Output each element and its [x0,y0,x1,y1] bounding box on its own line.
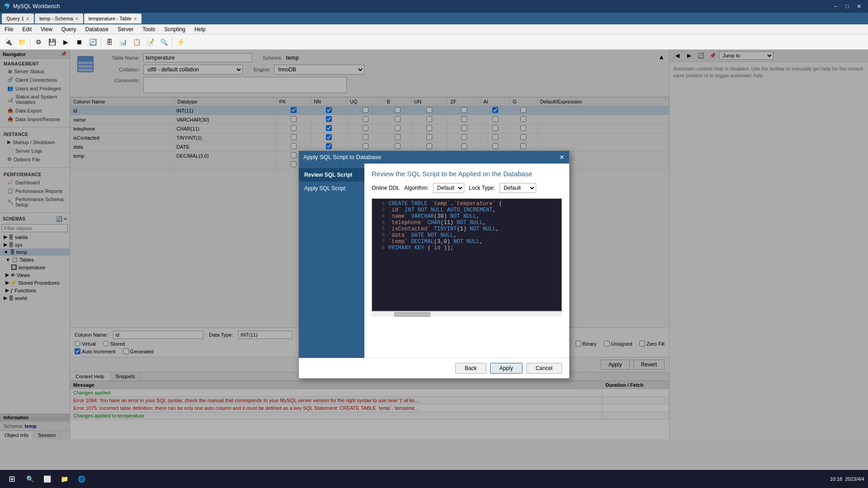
menu-database[interactable]: Database [81,25,113,33]
dialog-title: Apply SQL Script to Database [303,154,381,160]
toolbar-sep1 [30,37,30,47]
close-button[interactable]: ✕ [854,2,864,11]
line-number: 7 [374,239,385,245]
tab-close-icon[interactable]: ✕ [26,16,29,21]
dialog-step-review[interactable]: Review SQL Script [299,168,364,182]
tab-label: Query 1 [6,16,24,21]
code-line: 8 PRIMARY KEY (`id`)); [374,245,560,251]
toolbar-sep2 [101,37,101,47]
dialog-scrollbar-thumb[interactable] [394,312,430,317]
task-view-button[interactable]: ⬜ [40,472,54,486]
toolbar-btn3[interactable]: ▶ [59,36,72,48]
code-text: `telephone` CHAR(11) NOT NULL, [388,220,486,226]
toolbar-btn11[interactable]: ⚡ [174,36,187,48]
toolbar-btn6[interactable]: 🗄 [103,36,116,48]
app-title: MySQL Workbench [13,3,60,9]
algorithm-select[interactable]: Default Inplace Copy [433,183,464,193]
dialog-body: Review SQL Script Apply SQL Script Revie… [299,164,569,358]
edge-btn[interactable]: 🌐 [74,472,89,486]
code-text: CREATE TABLE `temp`.`temperature` ( [388,201,502,207]
dialog-footer: Back Apply Cancel [299,358,569,378]
toolbar-btn2[interactable]: 💾 [46,36,58,48]
toolbar-btn10[interactable]: 🔍 [157,36,170,48]
menu-scripting[interactable]: Scripting [160,25,190,33]
menu-server[interactable]: Server [113,25,138,33]
line-number: 6 [374,232,385,239]
toolbar-btn7[interactable]: 📊 [117,36,129,48]
file-explorer-btn[interactable]: 📁 [57,472,71,486]
taskbar-time: 10:18 [830,476,843,482]
lock-type-select[interactable]: Default None Shared Exclusive [500,183,536,193]
windows-taskbar: ⊞ 🔍 ⬜ 📁 🌐 10:18 2023/4/4 [0,470,868,488]
menu-tools[interactable]: Tools [138,25,160,33]
menu-query[interactable]: Query [57,25,81,33]
toolbar-new-conn[interactable]: 🔌 [2,36,14,48]
menu-file[interactable]: File [0,25,18,33]
code-line: 6 `data` DATE NOT NULL, [374,232,560,239]
code-text: PRIMARY KEY (`id`)); [388,245,453,251]
minimize-button[interactable]: − [830,2,841,11]
algorithm-label: Algorithm: [404,185,429,191]
cancel-button[interactable]: Cancel [526,363,562,374]
toolbar-btn8[interactable]: 📋 [130,36,143,48]
code-text: `id` INT NOT NULL AUTO_INCREMENT, [388,207,496,213]
menu-edit[interactable]: Edit [18,25,36,33]
code-line: 1CREATE TABLE `temp`.`temperature` ( [374,201,560,207]
maximize-button[interactable]: □ [842,2,853,11]
menu-bar: File Edit View Query Database Server Too… [0,24,868,34]
toolbar-btn5[interactable]: 🔄 [86,36,99,48]
code-editor: 1CREATE TABLE `temp`.`temperature` (2 `i… [372,198,562,311]
code-text: `isContacted` TINYINT(1) NOT NULL, [388,226,499,232]
dialog-title-bar: Apply SQL Script to Database ✕ [299,151,569,164]
start-button[interactable]: ⊞ [4,471,20,487]
app-icon: 🐬 [4,3,10,9]
dialog-close-button[interactable]: ✕ [559,154,565,161]
toolbar-open[interactable]: 📁 [15,36,28,48]
line-number: 1 [374,201,385,207]
title-bar-left: 🐬 MySQL Workbench [4,3,60,9]
search-button[interactable]: 🔍 [23,472,37,486]
code-line: 5 `isContacted` TINYINT(1) NOT NULL, [374,226,560,232]
code-text: `temp` DECIMAL(3,0) NOT NULL, [388,239,483,245]
line-number: 2 [374,207,385,213]
code-line: 3 `name` VARCHAR(30) NOT NULL, [374,213,560,220]
online-ddl-label: Online DDL [372,185,400,191]
lock-type-label: Lock Type: [469,185,495,191]
toolbar-btn4[interactable]: ⏹ [73,36,85,48]
title-bar: 🐬 MySQL Workbench − □ ✕ [0,0,868,13]
code-line: 7 `temp` DECIMAL(3,0) NOT NULL, [374,239,560,245]
menu-help[interactable]: Help [190,25,210,33]
line-number: 3 [374,213,385,220]
dialog-content: Review the SQL Script to be Applied on t… [364,164,569,358]
toolbar-sep3 [172,37,172,47]
tab-query1[interactable]: Query 1 ✕ [2,14,34,23]
toolbar-btn9[interactable]: 📝 [144,36,156,48]
online-ddl-row: Online DDL Algorithm: Default Inplace Co… [372,183,562,193]
dialog-overlay: Apply SQL Script to Database ✕ Review SQ… [0,50,868,479]
line-number: 4 [374,220,385,226]
back-button[interactable]: Back [455,363,486,374]
toolbar: 🔌 📁 ⚙ 💾 ▶ ⏹ 🔄 🗄 📊 📋 📝 🔍 ⚡ [0,34,868,50]
code-line: 2 `id` INT NOT NULL AUTO_INCREMENT, [374,207,560,213]
tab-close-icon[interactable]: ✕ [75,16,79,21]
tab-table[interactable]: temperature - Table ✕ [84,14,142,23]
tab-bar: Query 1 ✕ temp - Schema ✕ temperature - … [0,13,868,24]
toolbar-btn1[interactable]: ⚙ [32,36,45,48]
menu-view[interactable]: View [36,25,57,33]
dialog-scrollbar[interactable] [372,311,562,317]
dialog-sidebar: Review SQL Script Apply SQL Script [299,164,364,358]
tab-label: temp - Schema [39,16,73,21]
code-text: `name` VARCHAR(30) NOT NULL, [388,213,480,220]
tab-schema[interactable]: temp - Schema ✕ [35,14,83,23]
title-bar-controls: − □ ✕ [830,2,864,11]
code-line: 4 `telephone` CHAR(11) NOT NULL, [374,220,560,226]
dialog-step-apply[interactable]: Apply SQL Script [299,182,364,195]
dialog-apply-button[interactable]: Apply [490,363,523,374]
line-number: 8 [374,245,385,251]
dialog-heading: Review the SQL Script to be Applied on t… [372,170,562,178]
tab-label: temperature - Table [89,16,132,21]
line-number: 5 [374,226,385,232]
taskbar-date: 2023/4/4 [845,476,864,482]
tab-close-icon[interactable]: ✕ [133,16,137,21]
code-text: `data` DATE NOT NULL, [388,232,457,239]
